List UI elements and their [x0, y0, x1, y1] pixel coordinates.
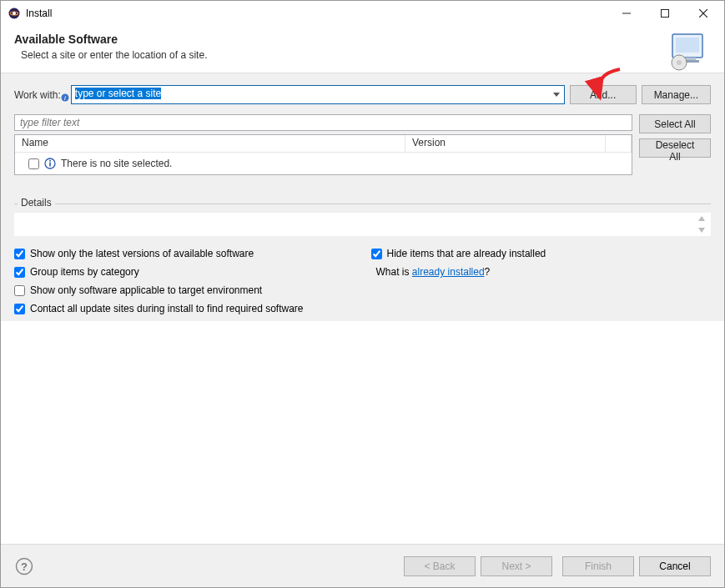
hide-installed-checkbox[interactable]: Hide items that are already installed [371, 248, 712, 259]
install-banner-icon [667, 31, 707, 71]
chevron-down-icon[interactable] [549, 86, 564, 103]
tree-body: There is no site selected. [15, 153, 632, 174]
deselect-all-button[interactable]: Deselect All [639, 138, 711, 158]
scroll-up-icon[interactable] [697, 215, 706, 222]
work-with-input[interactable]: type or select a site [72, 86, 549, 103]
svg-text:?: ? [21, 560, 28, 573]
details-text[interactable] [14, 213, 711, 236]
details-scrollbar[interactable] [697, 215, 709, 234]
page-title: Available Software [14, 33, 711, 46]
manage-button[interactable]: Manage... [642, 85, 711, 104]
help-icon: ? [15, 557, 33, 575]
button-bar: ? < Back Next > Finish Cancel [1, 544, 724, 587]
already-installed-link[interactable]: already installed [412, 266, 485, 278]
help-button[interactable]: ? [14, 556, 34, 576]
work-with-row: Work with: i type or select a site Add..… [14, 85, 711, 104]
finish-button[interactable]: Finish [562, 556, 634, 576]
svg-rect-4 [662, 10, 669, 18]
software-tree[interactable]: Name Version There is no site selected. [14, 134, 632, 175]
filter-input[interactable] [14, 114, 632, 131]
info-icon [44, 158, 56, 169]
wizard-header: Available Software Select a site or ente… [1, 26, 724, 73]
group-by-category-checkbox[interactable]: Group items by category [14, 266, 355, 278]
window-controls [607, 1, 722, 26]
show-latest-checkbox[interactable]: Show only the latest versions of availab… [14, 248, 355, 259]
tree-row-checkbox[interactable] [28, 158, 39, 169]
contact-all-checkbox[interactable]: Contact all update sites during install … [14, 303, 711, 314]
filter-row: Name Version There is no site selected. … [14, 114, 711, 175]
maximize-button[interactable] [646, 1, 684, 26]
eclipse-icon [8, 7, 21, 20]
tree-header: Name Version [15, 135, 632, 153]
details-legend: Details [18, 197, 55, 209]
selection-buttons: Select All Deselect All [639, 114, 711, 158]
svg-point-2 [13, 12, 16, 15]
window-title: Install [26, 8, 607, 19]
cancel-button[interactable]: Cancel [639, 556, 711, 576]
svg-text:i: i [64, 94, 66, 102]
options-grid: Show only the latest versions of availab… [14, 248, 711, 314]
show-applicable-checkbox[interactable]: Show only software applicable to target … [14, 284, 355, 296]
svg-rect-8 [676, 38, 699, 53]
scroll-down-icon[interactable] [697, 227, 706, 234]
close-button[interactable] [684, 1, 722, 26]
page-subtitle: Select a site or enter the location of a… [21, 49, 711, 61]
next-button[interactable]: Next > [481, 556, 552, 576]
column-version[interactable]: Version [405, 135, 606, 152]
svg-rect-16 [49, 163, 51, 167]
svg-point-17 [49, 160, 51, 162]
column-spacer [606, 135, 632, 152]
titlebar: Install [1, 1, 724, 26]
info-decorator-icon: i [61, 90, 69, 98]
work-with-label: Work with: [14, 89, 61, 101]
svg-point-12 [677, 60, 682, 65]
main-content: Work with: i type or select a site Add..… [1, 73, 724, 321]
tree-row: There is no site selected. [15, 156, 632, 171]
column-name[interactable]: Name [15, 135, 405, 152]
minimize-button[interactable] [607, 1, 646, 26]
add-button[interactable]: Add... [570, 85, 637, 104]
select-all-button[interactable]: Select All [639, 114, 711, 133]
details-group: Details [14, 204, 711, 236]
already-installed-row: What is already installed? [371, 266, 712, 278]
back-button[interactable]: < Back [404, 556, 476, 576]
work-with-combo[interactable]: type or select a site [71, 85, 565, 104]
tree-empty-message: There is no site selected. [61, 158, 172, 169]
